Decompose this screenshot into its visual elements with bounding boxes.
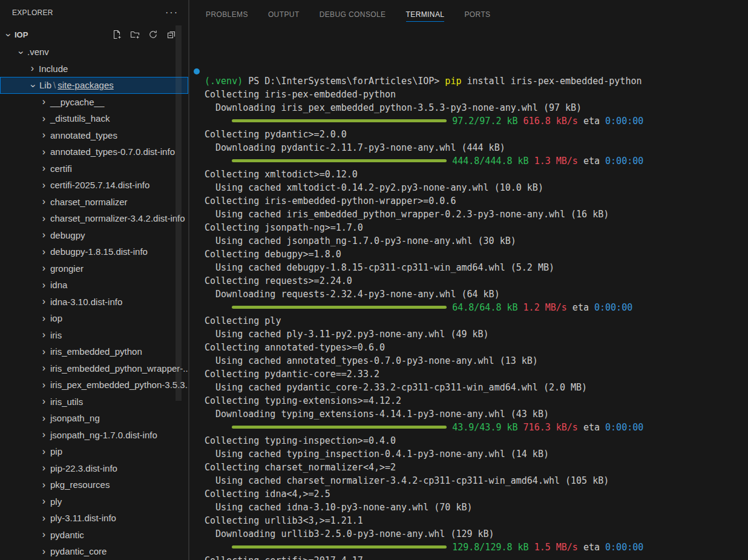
tree-item-annotated_types[interactable]: ›annotated_types [0, 127, 188, 144]
tree-item-Include[interactable]: ›Include [0, 61, 188, 77]
terminal-text: Downloading urllib3-2.5.0-py3-none-any.w… [205, 529, 494, 539]
terminal-line: 43.9/43.9 kB 716.3 kB/s eta 0:00:00 [205, 421, 748, 434]
tree-item-grongier[interactable]: ›grongier [0, 260, 188, 277]
tree-item-pydantic_core[interactable]: ›pydantic_core [0, 543, 188, 560]
terminal-line: Collecting urllib3<3,>=1.21.1 [205, 514, 748, 527]
tree-item-label: ply [50, 496, 62, 507]
chevron-right-icon: › [38, 114, 50, 124]
tree-item-annotated_types-0.7.0.dist-info[interactable]: ›annotated_types-0.7.0.dist-info [0, 143, 188, 160]
terminal-text [529, 156, 534, 166]
tree-item-iris_embedded_python[interactable]: ›iris_embedded_python [0, 343, 188, 360]
tree-item-iris_pex_embedded_python-3.5.3...[interactable]: ›iris_pex_embedded_python-3.5.3... [0, 377, 188, 394]
terminal-line: Collecting typing-extensions>=4.12.2 [205, 394, 748, 407]
tab-problems[interactable]: PROBLEMS [206, 7, 248, 22]
terminal-text: Downloading pydantic-2.11.7-py3-none-any… [205, 142, 505, 153]
tree-item-pip[interactable]: ›pip [0, 443, 188, 460]
tree-item-idna-3.10.dist-info[interactable]: ›idna-3.10.dist-info [0, 294, 188, 311]
chevron-right-icon: › [38, 463, 50, 473]
tree-item-jsonpath_ng[interactable]: ›jsonpath_ng [0, 410, 188, 427]
chevron-right-icon: › [38, 163, 50, 173]
tree-item-label: annotated_types [50, 130, 117, 140]
terminal-text: Collecting charset_normalizer<4,>=2 [205, 462, 396, 473]
terminal-text [518, 302, 523, 313]
terminal-text: 0:00:00 [605, 542, 643, 553]
terminal-text [447, 116, 452, 127]
tree-item-idna[interactable]: ›idna [0, 277, 188, 294]
terminal-line: Using cached annotated_types-0.7.0-py3-n… [205, 354, 748, 367]
terminal-text: eta [578, 422, 605, 433]
tree-item-debugpy-1.8.15.dist-info[interactable]: ›debugpy-1.8.15.dist-info [0, 243, 188, 260]
tree-item-jsonpath_ng-1.7.0.dist-info[interactable]: ›jsonpath_ng-1.7.0.dist-info [0, 427, 188, 444]
chevron-right-icon: › [38, 97, 50, 107]
tree-item-iris_utils[interactable]: ›iris_utils [0, 394, 188, 410]
terminal-line: Collecting requests>=2.24.0 [205, 274, 748, 288]
sidebar-scrollbar[interactable] [176, 25, 182, 401]
new-folder-button[interactable] [128, 28, 141, 41]
terminal-line: Collecting typing-inspection>=0.4.0 [205, 434, 748, 447]
section-name: IOP [15, 30, 28, 39]
tree-item-label: Lib [39, 80, 51, 90]
tree-item-ply-3.11.dist-info[interactable]: ›ply-3.11.dist-info [0, 510, 188, 527]
explorer-section-header[interactable]: › IOP [0, 25, 188, 44]
terminal-line: Using cached typing_inspection-0.4.1-py3… [205, 447, 748, 461]
terminal-line: Using cached debugpy-1.8.15-cp311-cp311-… [205, 261, 748, 274]
terminal-line: Downloading urllib3-2.5.0-py3-none-any.w… [205, 527, 748, 541]
tree-item-label: charset_normalizer-3.4.2.dist-info [50, 213, 185, 223]
tree-item-iris_embedded_python_wrapper-...[interactable]: ›iris_embedded_python_wrapper-... [0, 360, 188, 377]
more-actions-icon[interactable]: ··· [165, 10, 179, 16]
explorer-title-bar: EXPLORER ··· [0, 0, 188, 25]
terminal-line: Downloading iris_pex_embedded_python-3.5… [205, 101, 748, 114]
refresh-button[interactable] [146, 28, 159, 41]
tree-item-debugpy[interactable]: ›debugpy [0, 227, 188, 244]
terminal-text: Using cached idna-3.10-py3-none-any.whl … [205, 502, 473, 513]
download-progress-bar [232, 545, 447, 548]
tree-item-label: certifi [50, 163, 72, 174]
new-file-button[interactable] [110, 28, 123, 41]
tree-item-charset_normalizer-3.4.2.dist-info[interactable]: ›charset_normalizer-3.4.2.dist-info [0, 210, 188, 227]
terminal-text [447, 302, 452, 313]
chevron-right-icon: › [38, 380, 50, 390]
tree-item-certifi-2025.7.14.dist-info[interactable]: ›certifi-2025.7.14.dist-info [0, 177, 188, 194]
tab-terminal[interactable]: TERMINAL [406, 7, 445, 22]
terminal-text [205, 542, 232, 553]
terminal-text: Collecting pydantic-core==2.33.2 [205, 369, 379, 380]
tree-item-pydantic[interactable]: ›pydantic [0, 527, 188, 544]
tree-item-label: jsonpath_ng-1.7.0.dist-info [50, 430, 157, 440]
tree-item-_distutils_hack[interactable]: ›_distutils_hack [0, 110, 188, 127]
tree-item-__pycache__[interactable]: ›__pycache__ [0, 94, 188, 111]
terminal-command-decoration-icon[interactable] [194, 68, 200, 74]
terminal-line: Using cached ply-3.11-py2.py3-none-any.w… [205, 328, 748, 341]
tree-item-pkg_resources[interactable]: ›pkg_resources [0, 476, 188, 493]
chevron-right-icon: › [38, 180, 50, 190]
tree-item-pip-22.3.dist-info[interactable]: ›pip-22.3.dist-info [0, 460, 188, 477]
terminal-text: Collecting ply [205, 315, 281, 326]
tree-item-certifi[interactable]: ›certifi [0, 160, 188, 177]
chevron-down-icon: › [4, 29, 13, 41]
terminal-line: Collecting iris-embedded-python-wrapper>… [205, 194, 748, 208]
chevron-right-icon: › [38, 447, 50, 456]
tree-item-label: iris_pex_embedded_python-3.5.3... [50, 380, 188, 390]
tree-item-label-secondary: site-packages [57, 80, 114, 90]
tree-item-label: iris_utils [50, 397, 83, 407]
tree-item-charset_normalizer[interactable]: ›charset_normalizer [0, 194, 188, 211]
terminal-output[interactable]: (.venv) PS D:\InterSystems\forArticles\I… [189, 29, 748, 560]
terminal-line: Collecting iris-pex-embedded-python [205, 88, 748, 101]
tab-debug-console[interactable]: DEBUG CONSOLE [320, 7, 386, 22]
terminal-text: 1.2 MB/s [523, 302, 567, 313]
chevron-right-icon: › [38, 480, 50, 490]
tree-item-Lib[interactable]: ›Lib\site-packages [0, 77, 188, 94]
tree-item-.venv[interactable]: ›.venv [0, 44, 188, 61]
tree-item-label: jsonpath_ng [50, 413, 100, 423]
tab-ports[interactable]: PORTS [464, 7, 490, 22]
tab-output[interactable]: OUTPUT [268, 7, 300, 22]
terminal-text: Collecting debugpy>=1.8.0 [205, 249, 341, 260]
tree-item-iop[interactable]: ›iop [0, 310, 188, 327]
tree-item-label: certifi-2025.7.14.dist-info [50, 180, 149, 190]
tree-item-ply[interactable]: ›ply [0, 493, 188, 510]
tree-item-label: charset_normalizer [50, 197, 128, 207]
terminal-text: pip [445, 76, 461, 87]
tree-item-iris[interactable]: ›iris [0, 327, 188, 344]
terminal-text [447, 542, 452, 553]
terminal-text: Downloading typing_extensions-4.14.1-py3… [205, 409, 549, 420]
tree-item-label: pydantic [50, 530, 84, 540]
